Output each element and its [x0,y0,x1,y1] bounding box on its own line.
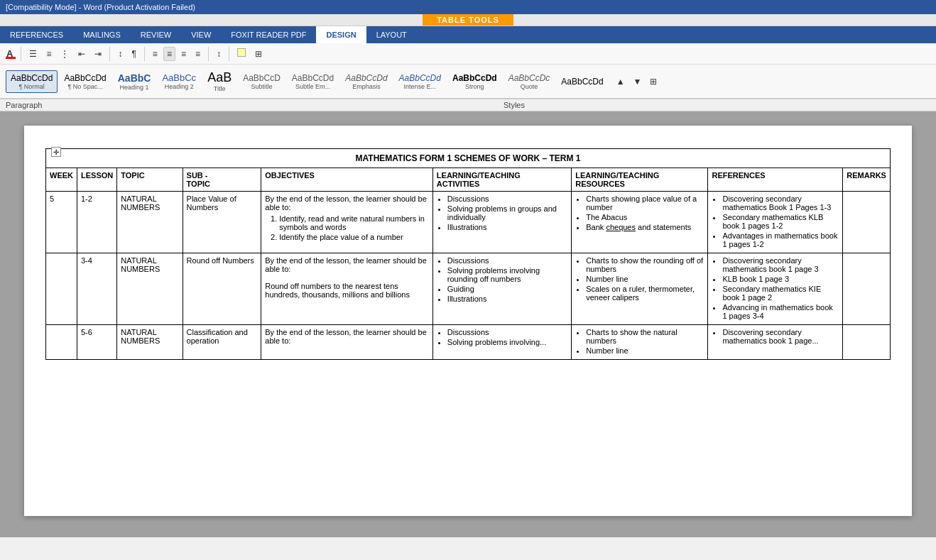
style-heading1-preview: AaBbC [118,72,151,84]
col-objectives: OBJECTIVES [261,168,433,192]
col-subtopic: SUB -TOPIC [183,168,261,192]
font-color-btn[interactable]: A [3,46,16,61]
style-no-space-label: ¶ No Spac... [67,83,102,90]
align-center-btn[interactable]: ≡ [163,47,175,61]
pilcrow-btn[interactable]: ¶ [128,47,139,61]
sep2 [109,47,110,61]
style-title[interactable]: AaB Title [202,67,236,95]
style-intense-em-preview: AaBbCcDd [399,73,441,83]
style-heading2[interactable]: AaBbCc Heading 2 [157,70,201,93]
style-extra[interactable]: AaBbCcDd [556,74,608,89]
ribbon-tabs: REFERENCES MAILINGS REVIEW VIEW FOXIT RE… [0,26,936,43]
cell-activities-2: Discussions Solving problems involving r… [432,253,571,325]
col-activities: LEARNING/TEACHINGACTIVITIES [432,168,571,192]
cell-references-1: Discovering secondary mathematics Book 1… [708,192,843,253]
col-references: REFERENCES [708,168,843,192]
style-strong-label: Strong [465,83,484,90]
tab-references[interactable]: REFERENCES [0,26,73,43]
tab-design[interactable]: DESIGN [316,26,366,43]
indent-decrease-btn[interactable]: ⇤ [75,47,89,61]
styles-scroll-down[interactable]: ▼ [630,75,646,89]
style-subtle-em-preview: AaBbCcDd [292,73,334,83]
align-right-btn[interactable]: ≡ [178,47,190,61]
bullet-list-btn[interactable]: ☰ [26,47,40,61]
cell-subtopic-1: Place Value of Numbers [183,192,261,253]
style-quote[interactable]: AaBbCcDc Quote [504,70,555,93]
table-row: 5-6 NATURAL NUMBERS Classification and o… [46,325,891,360]
col-week: WEEK [46,168,77,192]
styles-expand[interactable]: ⊞ [646,75,660,89]
border-btn[interactable]: ⊞ [251,47,266,61]
tab-foxit[interactable]: FOXIT READER PDF [221,26,316,43]
num-list-btn[interactable]: ⋮ [57,47,72,61]
cell-topic-2: NATURAL NUMBERS [117,253,183,325]
style-normal[interactable]: AaBbCcDd ¶ Normal [6,70,58,93]
col-resources: LEARNING/TEACHINGRESOURCES [572,168,708,192]
title-bar: [Compatibility Mode] - Word (Product Act… [0,0,936,14]
cell-week-2 [46,253,77,325]
styles-bar: AaBbCcDd ¶ Normal AaBbCcDd ¶ No Spac... … [0,65,936,99]
sep3 [144,47,145,61]
tab-layout[interactable]: LAYOUT [366,26,417,43]
style-strong-preview: AaBbCcDd [452,73,497,83]
style-normal-label: ¶ Normal [19,83,45,90]
style-emphasis-preview: AaBbCcDd [345,73,387,83]
col-remarks: REMARKS [843,168,891,192]
cell-remarks-1 [843,192,891,253]
sort-btn[interactable]: ↕ [114,47,126,61]
doc-page: ✛ MATHEMATICS FORM 1 SCHEMES OF WORK – T… [24,126,912,516]
table-title-row: MATHEMATICS FORM 1 SCHEMES OF WORK – TER… [46,149,891,168]
doc-area: ✛ MATHEMATICS FORM 1 SCHEMES OF WORK – T… [0,111,936,537]
style-strong[interactable]: AaBbCcDd Strong [447,70,502,93]
table-header-row: WEEK LESSON TOPIC SUB -TOPIC OBJECTIVES … [46,168,891,192]
styles-label: Styles [98,101,930,109]
cell-resources-1: Charts showing place value of a number T… [572,192,708,253]
table-title: MATHEMATICS FORM 1 SCHEMES OF WORK – TER… [46,149,891,168]
style-emphasis[interactable]: AaBbCcDd Emphasis [340,70,392,93]
style-no-space-preview: AaBbCcDd [64,73,106,83]
cell-remarks-2 [843,253,891,325]
tab-view[interactable]: VIEW [181,26,221,43]
cell-lesson-1: 1-2 [77,192,117,253]
cell-topic-1: NATURAL NUMBERS [117,192,183,253]
col-topic: TOPIC [117,168,183,192]
tab-review[interactable]: REVIEW [131,26,181,43]
cell-objectives-1: By the end of the lesson, the learner sh… [261,192,433,253]
style-subtitle[interactable]: AaBbCcD Subtitle [238,70,285,93]
cell-subtopic-2: Round off Numbers [183,253,261,325]
title-text: [Compatibility Mode] - Word (Product Act… [6,3,195,11]
cell-references-2: Discovering secondary mathematics book 1… [708,253,843,325]
sep4 [208,47,209,61]
style-title-label: Title [214,85,226,92]
labels-bar: Paragraph Styles [0,99,936,111]
style-intense-em-label: Intense E... [404,83,437,90]
cell-remarks-3 [843,325,891,360]
style-heading1-label: Heading 1 [120,84,149,91]
scheme-table: MATHEMATICS FORM 1 SCHEMES OF WORK – TER… [45,148,891,360]
style-extra-preview: AaBbCcDd [561,77,603,87]
style-intense-em[interactable]: AaBbCcDd Intense E... [394,70,446,93]
table-tools-bar: TABLE TOOLS [0,14,936,26]
cell-references-3: Discovering secondary mathematics book 1… [708,325,843,360]
cell-resources-2: Charts to show the rounding off of numbe… [572,253,708,325]
tab-mailings[interactable]: MAILINGS [73,26,131,43]
style-subtle-em[interactable]: AaBbCcDd Subtle Em... [287,70,339,93]
sep1 [21,47,21,61]
shading-btn[interactable] [234,46,249,61]
table-resize-handle[interactable]: ✛ [51,147,61,157]
table-row: 3-4 NATURAL NUMBERS Round off Numbers By… [46,253,891,325]
style-heading1[interactable]: AaBbC Heading 1 [113,70,156,94]
cell-objectives-2: By the end of the lesson, the learner sh… [261,253,433,325]
styles-scroll-up[interactable]: ▲ [613,75,628,89]
line-spacing-btn[interactable]: ↕ [213,47,224,61]
cell-lesson-3: 5-6 [77,325,117,360]
bullet-list-btn2[interactable]: ≡ [43,47,55,61]
style-quote-preview: AaBbCcDc [508,73,550,83]
style-quote-label: Quote [521,83,538,90]
indent-increase-btn[interactable]: ⇥ [91,47,105,61]
align-left-btn[interactable]: ≡ [149,47,161,61]
style-normal-preview: AaBbCcDd [11,73,53,83]
style-no-space[interactable]: AaBbCcDd ¶ No Spac... [59,70,111,93]
table-tools-label: TABLE TOOLS [423,14,513,26]
justify-btn[interactable]: ≡ [192,47,204,61]
